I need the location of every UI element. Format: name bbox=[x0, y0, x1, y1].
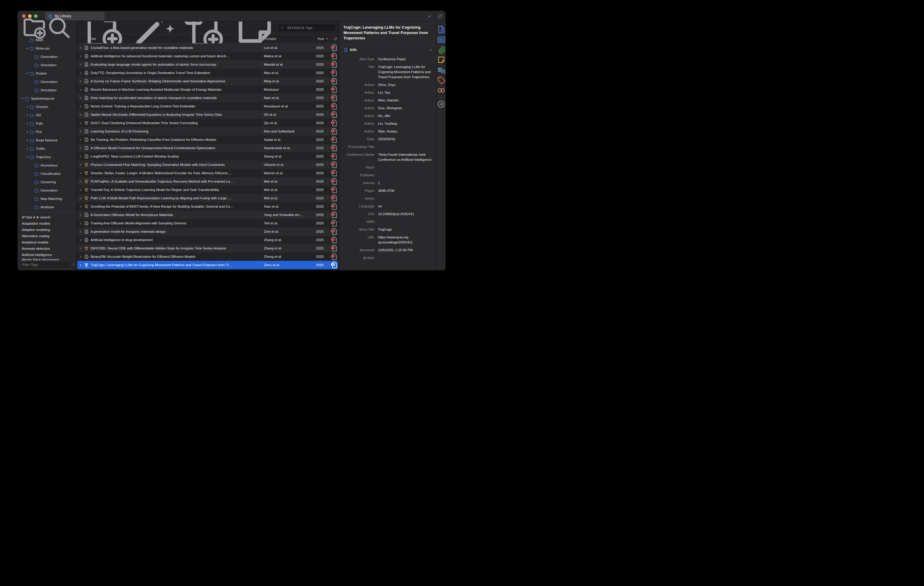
chevron-right-icon[interactable] bbox=[79, 238, 82, 242]
column-header-title[interactable]: Title bbox=[76, 37, 262, 41]
table-row[interactable]: DutyTTE: Deciphering Uncertainty in Orig… bbox=[77, 69, 338, 77]
chevron-down-icon[interactable] bbox=[21, 97, 24, 100]
tag-item[interactable]: Alternative routing bbox=[22, 233, 76, 239]
chevron-right-icon[interactable] bbox=[79, 147, 82, 150]
sidebar-collection-protein[interactable]: Protein bbox=[18, 69, 76, 78]
tag-item[interactable]: Adaptation models bbox=[22, 220, 76, 227]
sidebar-collection-clustering[interactable]: Clustering bbox=[18, 178, 76, 186]
sidebar-collection-anomalous[interactable]: Anomalous bbox=[18, 161, 76, 169]
chevron-right-icon[interactable] bbox=[79, 155, 82, 158]
chevron-right-icon[interactable] bbox=[79, 105, 82, 108]
sidebar-collection-poi[interactable]: POI bbox=[18, 128, 76, 136]
sidebar-collection-spatiotemporal[interactable]: Spatiotemporal bbox=[18, 94, 76, 103]
table-row[interactable]: CrystalFlow: a flow-based generative mod… bbox=[77, 43, 338, 52]
locate-icon[interactable] bbox=[437, 99, 446, 109]
sidebar-collection-path[interactable]: Path bbox=[18, 119, 76, 128]
table-row[interactable]: DIFFODE: Neural ODE with Differentiable … bbox=[77, 244, 338, 252]
chevron-down-icon[interactable] bbox=[25, 46, 29, 50]
sidebar-collection-classification[interactable]: Classification bbox=[18, 169, 76, 178]
info-section-header[interactable]: Info bbox=[339, 45, 437, 55]
tag-item[interactable]: Analytical models bbox=[22, 239, 76, 245]
chevron-right-icon[interactable] bbox=[79, 121, 82, 125]
chevron-right-icon[interactable] bbox=[25, 130, 29, 134]
table-row[interactable]: DUET: Dual Clustering Enhanced Multivari… bbox=[77, 119, 338, 127]
sync-button[interactable] bbox=[435, 11, 446, 22]
tags-pane-icon[interactable] bbox=[437, 75, 446, 85]
sidebar-collection-simulation[interactable]: Simulation bbox=[18, 86, 76, 94]
chevron-right-icon[interactable] bbox=[79, 214, 82, 217]
sidebar-collection-traffic[interactable]: Traffic bbox=[18, 144, 76, 153]
chevron-right-icon[interactable] bbox=[79, 46, 82, 50]
chevron-right-icon[interactable] bbox=[79, 230, 82, 233]
chevron-right-icon[interactable] bbox=[79, 55, 82, 58]
field-value[interactable]: Lin, Youfang bbox=[378, 121, 434, 126]
libraries-pane-icon[interactable] bbox=[437, 65, 446, 75]
chevron-right-icon[interactable] bbox=[79, 247, 82, 250]
field-value[interactable] bbox=[378, 219, 434, 224]
sidebar-collection-multitask[interactable]: Multitask bbox=[18, 203, 76, 211]
chevron-right-icon[interactable] bbox=[79, 130, 82, 133]
chevron-right-icon[interactable] bbox=[79, 222, 82, 225]
table-row[interactable]: Path-LLM: A Multi-Modal Path Representat… bbox=[77, 194, 338, 202]
table-row[interactable]: A generative model for inorganic materia… bbox=[77, 227, 338, 236]
field-value[interactable] bbox=[378, 173, 434, 178]
sidebar-collection-map-matching[interactable]: Map Matching bbox=[18, 195, 76, 203]
field-value[interactable]: Zhou, Zeyu bbox=[378, 82, 434, 88]
chevron-right-icon[interactable] bbox=[79, 205, 82, 208]
table-row[interactable]: Artificial intelligence in drug developm… bbox=[77, 236, 338, 244]
field-value[interactable] bbox=[378, 144, 434, 149]
tag-item-clipped[interactable]: Atomic force microscopy bbox=[22, 258, 76, 260]
chevron-right-icon[interactable] bbox=[79, 163, 82, 167]
chevron-right-icon[interactable] bbox=[79, 180, 82, 183]
column-header-creator[interactable]: Creator bbox=[262, 36, 314, 41]
field-value[interactable]: Lin, Yan bbox=[378, 90, 434, 95]
field-value[interactable] bbox=[378, 165, 434, 170]
chevron-right-icon[interactable] bbox=[79, 138, 82, 141]
search-box[interactable] bbox=[279, 24, 335, 31]
field-value[interactable]: 1 bbox=[378, 180, 434, 185]
chevron-down-icon[interactable] bbox=[25, 155, 29, 159]
tag-filter-options[interactable] bbox=[73, 263, 76, 266]
tag-filter-input[interactable] bbox=[20, 262, 71, 268]
collapse-item-pane-button[interactable] bbox=[424, 11, 435, 22]
chevron-right-icon[interactable] bbox=[25, 105, 29, 109]
table-row[interactable]: Stable Neural Stochastic Differential Eq… bbox=[77, 110, 338, 119]
table-row[interactable]: Unveiling the Potential of BERT-family: … bbox=[77, 202, 338, 211]
table-row-selected[interactable]: TrajCogn: Leveraging LLMs for Cognizing … bbox=[77, 261, 338, 269]
field-value[interactable]: en bbox=[378, 204, 434, 209]
field-value[interactable]: Hu, Jilin bbox=[378, 113, 434, 118]
field-value[interactable]: https://www.ijcai.org /proceedings/2025/… bbox=[378, 235, 434, 245]
chevron-right-icon[interactable] bbox=[79, 88, 82, 91]
tag-item[interactable]: Anomaly detection bbox=[22, 245, 76, 252]
chevron-right-icon[interactable] bbox=[79, 71, 82, 74]
sidebar-collection-generation[interactable]: Generation bbox=[18, 53, 76, 61]
table-row[interactable]: Smarter, Better, Faster, Longer: A Moder… bbox=[77, 169, 338, 177]
table-row[interactable]: Training-free Diffusion Model Alignment … bbox=[77, 219, 338, 227]
table-row[interactable]: BinaryDM: Accurate Weight Binarization f… bbox=[77, 252, 338, 261]
table-row[interactable]: Artificial intelligence for advanced fun… bbox=[77, 52, 338, 60]
table-row[interactable]: Nomic Embed: Training a Reproducible Lon… bbox=[77, 102, 338, 110]
tag-item[interactable]: Adaptive modeling bbox=[22, 227, 76, 233]
table-row[interactable]: No Training, No Problem: Rethinking Clas… bbox=[77, 136, 338, 144]
field-value[interactable]: 3698-3706 bbox=[378, 188, 434, 193]
field-value[interactable]: 10.24963/ijcai.2025/411 bbox=[378, 212, 434, 217]
table-row[interactable]: A Diffusion Model Framework for Unsuperv… bbox=[77, 144, 338, 152]
sidebar-collection-simulation[interactable]: Simulation bbox=[18, 61, 76, 69]
sidebar-collection-checkin[interactable]: Checkin bbox=[18, 103, 76, 111]
sidebar-collection-molecule[interactable]: Molecule bbox=[18, 44, 76, 53]
field-value[interactable] bbox=[378, 255, 434, 260]
field-value[interactable]: Conference Paper bbox=[378, 57, 434, 62]
table-row[interactable]: A Generative Diffusion Model for Amorpho… bbox=[77, 211, 338, 219]
table-row[interactable]: Physics-Constrained Flow Matching: Sampl… bbox=[77, 161, 338, 169]
table-row[interactable]: LongRoPE2: Near-Lossless LLM Context Win… bbox=[77, 152, 338, 161]
chevron-right-icon[interactable] bbox=[79, 63, 82, 66]
table-row[interactable]: TransferTraj: A Vehicle Trajectory Learn… bbox=[77, 185, 338, 194]
field-value[interactable] bbox=[378, 196, 434, 201]
attachments-pane-icon[interactable] bbox=[437, 45, 446, 55]
chevron-right-icon[interactable] bbox=[79, 113, 82, 116]
column-header-attachment[interactable] bbox=[331, 36, 339, 41]
table-row[interactable]: Learning Dynamics of LLM Finetuning Ren … bbox=[77, 127, 338, 136]
sidebar-collection-road-network[interactable]: Road Network bbox=[18, 136, 76, 144]
table-row[interactable]: PLMTrajRec: A Scalable and Generalizable… bbox=[77, 177, 338, 185]
chevron-right-icon[interactable] bbox=[25, 139, 29, 142]
